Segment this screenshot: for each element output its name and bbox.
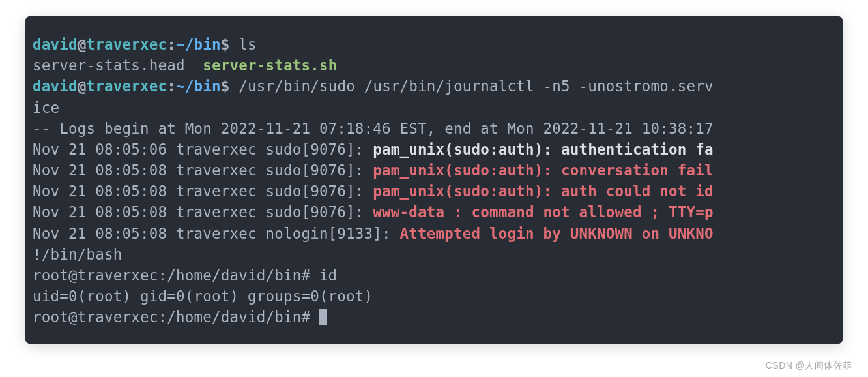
log-line-5: Nov 21 08:05:08 traverxec nologin[9133]:… (33, 223, 835, 244)
cursor (319, 309, 327, 325)
log-meta: Nov 21 08:05:08 traverxec sudo[9076]: (33, 183, 373, 200)
command-ls: ls (239, 36, 257, 53)
prompt-dollar: $ (221, 78, 239, 95)
log-line-4: Nov 21 08:05:08 traverxec sudo[9076]: ww… (33, 202, 835, 222)
log-msg-attempted-login: Attempted login by UNKNOWN on UNKNO (400, 225, 714, 242)
log-meta: Nov 21 08:05:08 traverxec nologin[9133]: (33, 225, 400, 242)
prompt-path: ~/bin (176, 78, 221, 95)
prompt-host: traverxec (86, 78, 167, 95)
log-line-2: Nov 21 08:05:08 traverxec sudo[9076]: pa… (33, 160, 835, 181)
prompt-user: david (33, 36, 78, 53)
watermark: CSDN @人间体佐菲 (766, 360, 852, 372)
log-msg-conversation-fail: pam_unix(sudo:auth): conversation fail (373, 162, 713, 179)
prompt-user: david (33, 78, 78, 95)
bang-line: !/bin/bash (33, 244, 835, 265)
log-line-3: Nov 21 08:05:08 traverxec sudo[9076]: pa… (33, 181, 835, 202)
log-meta: Nov 21 08:05:08 traverxec sudo[9076]: (33, 162, 373, 179)
command-sudo-journalctl: /usr/bin/sudo /usr/bin/journalctl -n5 -u… (239, 78, 714, 95)
root-prompt: root@traverxec:/home/david/bin# (33, 309, 319, 325)
prompt-dollar: $ (221, 36, 239, 53)
prompt-colon: : (167, 78, 176, 95)
root-prompt-cursor[interactable]: root@traverxec:/home/david/bin# (33, 307, 835, 327)
prompt-line-2: david@traverxec:~/bin$ /usr/bin/sudo /us… (33, 76, 835, 97)
prompt-path: ~/bin (176, 36, 221, 53)
logs-begin-line: -- Logs begin at Mon 2022-11-21 07:18:46… (33, 118, 835, 139)
file-head: server-stats.head (33, 57, 203, 74)
command-wrap: ice (33, 97, 835, 118)
prompt-at: @ (78, 36, 87, 53)
log-line-1: Nov 21 08:05:06 traverxec sudo[9076]: pa… (33, 139, 835, 160)
terminal-window[interactable]: david@traverxec:~/bin$ ls server-stats.h… (25, 16, 843, 344)
log-msg-auth-fail: pam_unix(sudo:auth): authentication fa (373, 141, 713, 158)
prompt-at: @ (78, 78, 87, 95)
prompt-colon: : (167, 36, 176, 53)
log-msg-not-allowed: www-data : command not allowed ; TTY=p (373, 204, 713, 220)
id-output: uid=0(root) gid=0(root) groups=0(root) (33, 286, 835, 307)
ls-output: server-stats.head server-stats.sh (33, 55, 835, 76)
file-sh: server-stats.sh (203, 57, 337, 74)
log-meta: Nov 21 08:05:08 traverxec sudo[9076]: (33, 204, 373, 220)
prompt-line-1: david@traverxec:~/bin$ ls (33, 34, 835, 55)
log-meta: Nov 21 08:05:06 traverxec sudo[9076]: (33, 141, 373, 158)
prompt-host: traverxec (86, 36, 167, 53)
root-prompt-id: root@traverxec:/home/david/bin# id (33, 265, 835, 286)
log-msg-auth-could-not: pam_unix(sudo:auth): auth could not id (373, 183, 713, 200)
